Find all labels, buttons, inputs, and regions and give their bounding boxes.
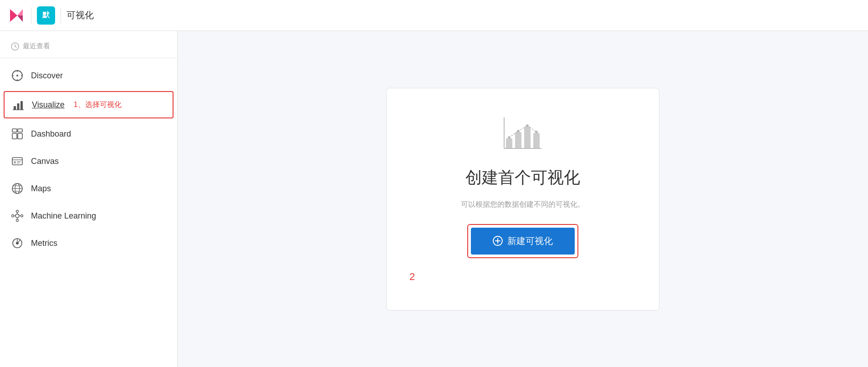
topbar-divider <box>31 7 31 24</box>
svg-rect-43 <box>524 127 531 148</box>
sidebar-item-machine-learning[interactable]: Machine Learning <box>0 202 177 229</box>
sidebar-item-canvas-label: Canvas <box>31 157 59 166</box>
create-btn-wrapper: 新建可视化 <box>467 224 578 258</box>
main-layout: 最近查看 Discover <box>0 31 868 367</box>
sidebar-item-dashboard[interactable]: Dashboard <box>0 120 177 148</box>
page-title: 可视化 <box>66 9 94 21</box>
svg-point-50 <box>535 131 538 133</box>
sidebar-item-discover[interactable]: Discover <box>0 62 177 89</box>
svg-rect-11 <box>17 103 20 110</box>
svg-rect-10 <box>14 106 16 110</box>
sidebar-item-ml-label: Machine Learning <box>31 211 96 221</box>
metrics-icon <box>11 237 24 250</box>
sidebar-item-discover-label: Discover <box>31 71 63 81</box>
topbar-divider2 <box>61 7 61 24</box>
sidebar-item-visualize[interactable]: Visualize 1、选择可视化 <box>4 91 174 118</box>
svg-point-30 <box>16 219 19 222</box>
svg-point-29 <box>16 210 19 213</box>
svg-point-5 <box>16 75 18 76</box>
plus-circle-icon <box>493 236 503 246</box>
step-number: 2 <box>409 271 415 283</box>
svg-marker-2 <box>17 15 23 22</box>
svg-rect-44 <box>533 133 540 148</box>
sidebar-item-dashboard-label: Dashboard <box>31 129 71 139</box>
svg-rect-22 <box>17 163 20 163</box>
svg-marker-1 <box>17 9 23 15</box>
visualize-annotation: 1、选择可视化 <box>74 100 122 110</box>
create-card-desc: 可以根据您的数据创建不同的可视化。 <box>461 200 585 209</box>
svg-rect-16 <box>12 133 17 139</box>
dashboard-icon <box>11 127 24 140</box>
svg-rect-15 <box>18 129 22 132</box>
sidebar-recent-label: 最近查看 <box>23 42 50 51</box>
svg-marker-0 <box>10 9 17 22</box>
svg-point-47 <box>508 136 511 139</box>
sidebar-item-maps[interactable]: Maps <box>0 175 177 202</box>
svg-rect-42 <box>515 132 521 148</box>
sidebar-item-visualize-label: Visualize <box>32 100 65 110</box>
sidebar-item-metrics[interactable]: Metrics <box>0 229 177 257</box>
sidebar-item-metrics-label: Metrics <box>31 239 57 248</box>
ml-icon <box>11 209 24 222</box>
sidebar-item-canvas[interactable]: Canvas <box>0 148 177 175</box>
svg-rect-21 <box>17 161 21 162</box>
svg-point-28 <box>15 214 19 218</box>
create-card-title: 创建首个可视化 <box>465 167 580 189</box>
svg-rect-17 <box>18 133 22 139</box>
svg-point-32 <box>21 215 23 217</box>
svg-line-40 <box>19 240 20 242</box>
sidebar-item-maps-label: Maps <box>31 184 51 194</box>
recent-icon <box>11 42 19 51</box>
new-visualization-label: 新建可视化 <box>507 235 553 247</box>
svg-rect-12 <box>20 101 23 110</box>
compass-icon <box>11 69 24 82</box>
topbar: 默 可视化 <box>0 0 868 31</box>
sidebar: 最近查看 Discover <box>0 31 178 367</box>
svg-rect-41 <box>506 138 512 148</box>
svg-point-49 <box>526 124 529 127</box>
canvas-icon <box>11 155 24 168</box>
sidebar-recent: 最近查看 <box>0 38 177 58</box>
svg-rect-20 <box>14 161 16 163</box>
sidebar-divider <box>0 58 177 58</box>
maps-icon <box>11 182 24 195</box>
create-card: 创建首个可视化 可以根据您的数据创建不同的可视化。 新建可视化 2 <box>386 88 659 311</box>
svg-point-48 <box>517 130 520 133</box>
app-logo <box>7 6 26 25</box>
main-content: 创建首个可视化 可以根据您的数据创建不同的可视化。 新建可视化 2 <box>178 31 868 367</box>
create-visualization-icon <box>502 116 543 152</box>
chart-icon <box>12 98 25 111</box>
svg-rect-14 <box>12 129 17 132</box>
new-visualization-button[interactable]: 新建可视化 <box>471 228 575 255</box>
user-avatar[interactable]: 默 <box>37 6 55 25</box>
svg-point-38 <box>16 242 19 245</box>
svg-point-31 <box>12 215 14 217</box>
